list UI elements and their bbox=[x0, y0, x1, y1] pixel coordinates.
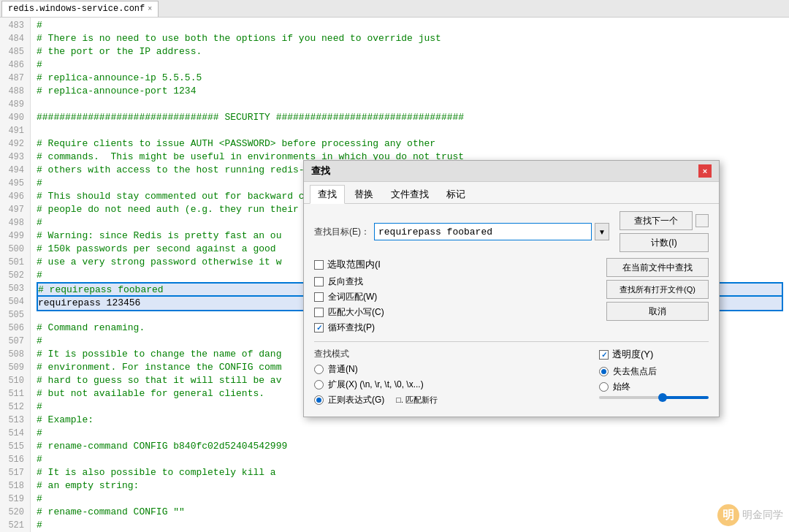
line-number: 521 bbox=[6, 519, 24, 532]
code-line: # an empty string: bbox=[37, 479, 783, 493]
normal-label: 普通(N) bbox=[328, 363, 358, 376]
regex-label: 正则表达式(G) bbox=[328, 394, 384, 406]
editor-area: 4834844854864874884894904914924934944954… bbox=[0, 18, 789, 532]
reverse-label: 反向查找 bbox=[328, 276, 363, 288]
always-label: 始终 bbox=[613, 381, 630, 393]
dialog-tabs: 查找 替换 文件查找 标记 bbox=[304, 182, 719, 204]
line-number: 484 bbox=[6, 32, 24, 45]
extended-radio[interactable] bbox=[314, 380, 324, 390]
always-radio-row: 始终 bbox=[599, 381, 709, 393]
action-buttons: 在当前文件中查找 查找所有打开文件(Q) 取消 bbox=[606, 258, 709, 337]
regex-radio[interactable] bbox=[314, 395, 324, 405]
code-line bbox=[37, 124, 783, 137]
line-number: 500 bbox=[6, 243, 24, 256]
line-number: 503 bbox=[6, 282, 24, 295]
normal-radio-row: 普通(N) bbox=[314, 363, 592, 376]
regex-option-label: □. 匹配新行 bbox=[396, 395, 438, 406]
line-number: 492 bbox=[6, 137, 24, 151]
selection-range-checkbox[interactable] bbox=[314, 260, 324, 270]
find-input[interactable] bbox=[374, 223, 592, 240]
dialog-body: 查找目标(E)： ▼ 查找下一个 计数(I) bbox=[304, 204, 719, 417]
code-line: # rename-command CONFIG b840fc02d5240454… bbox=[37, 440, 783, 453]
regex-radio-row: 正则表达式(G) □. 匹配新行 bbox=[314, 394, 592, 406]
left-options: 选取范围内(I 反向查找 全词匹配(W) 匹配大小写(C) bbox=[314, 258, 601, 337]
transparency-slider-track[interactable] bbox=[599, 396, 709, 399]
line-number: 513 bbox=[6, 414, 24, 427]
line-number: 510 bbox=[6, 374, 24, 387]
line-number: 507 bbox=[6, 335, 24, 348]
code-line: # replica-announce-ip 5.5.5.5 bbox=[37, 72, 783, 85]
code-line: # Require clients to issue AUTH <PASSWOR… bbox=[37, 137, 783, 151]
line-numbers: 4834844854864874884894904914924934944954… bbox=[0, 18, 31, 532]
code-line: # bbox=[37, 427, 783, 440]
line-number: 501 bbox=[6, 256, 24, 269]
dialog-tab-find[interactable]: 查找 bbox=[310, 185, 345, 204]
find-dialog: 查找 × 查找 替换 文件查找 标记 查找目标(E)： ▼ 查找下一个 bbox=[303, 160, 720, 417]
code-line: # replica-announce-port 1234 bbox=[37, 85, 783, 98]
line-number: 517 bbox=[6, 466, 24, 479]
line-number: 504 bbox=[6, 295, 24, 308]
transparency-checkbox[interactable] bbox=[599, 350, 609, 360]
code-line: # There is no need to use both the optio… bbox=[37, 32, 783, 45]
transparency-label: 透明度(Y) bbox=[612, 348, 653, 361]
whole-word-checkbox[interactable] bbox=[314, 292, 324, 302]
line-number: 520 bbox=[6, 506, 24, 519]
line-number: 488 bbox=[6, 85, 24, 98]
cancel-button[interactable]: 取消 bbox=[606, 302, 709, 321]
file-tab[interactable]: redis.windows-service.conf × bbox=[1, 1, 159, 17]
line-number: 494 bbox=[6, 164, 24, 177]
dialog-tab-mark[interactable]: 标记 bbox=[438, 185, 473, 203]
search-mode-label: 查找模式 bbox=[314, 348, 592, 360]
find-in-current-button[interactable]: 在当前文件中查找 bbox=[606, 258, 709, 277]
line-number: 491 bbox=[6, 124, 24, 137]
line-number: 509 bbox=[6, 361, 24, 374]
dialog-tab-file-find[interactable]: 文件查找 bbox=[383, 185, 437, 203]
transparency-section: 透明度(Y) 失去焦点后 始终 bbox=[599, 348, 709, 409]
dialog-close-button[interactable]: × bbox=[698, 164, 712, 178]
focus-lost-label: 失去焦点后 bbox=[613, 365, 657, 378]
search-mode-section: 查找模式 普通(N) 扩展(X) (\n, \r, \t, \0, \x...)… bbox=[314, 348, 592, 409]
watermark-icon: 明 bbox=[717, 504, 739, 526]
find-input-wrapper: ▼ bbox=[374, 223, 609, 240]
code-line: # It is also possible to completely kill… bbox=[37, 466, 783, 479]
loop-checkbox[interactable] bbox=[314, 323, 324, 332]
find-next-checkbox[interactable] bbox=[695, 214, 709, 227]
code-line: ################################ SECURIT… bbox=[37, 111, 783, 124]
tab-bar: redis.windows-service.conf × bbox=[0, 0, 789, 18]
line-number: 485 bbox=[6, 45, 24, 58]
line-number: 490 bbox=[6, 111, 24, 124]
dialog-tab-replace[interactable]: 替换 bbox=[346, 185, 381, 203]
tab-close-icon[interactable]: × bbox=[148, 5, 152, 13]
find-dropdown-arrow[interactable]: ▼ bbox=[595, 223, 609, 240]
line-number: 506 bbox=[6, 322, 24, 335]
selection-range-label: 选取范围内(I bbox=[327, 258, 381, 271]
slider-row bbox=[599, 396, 709, 399]
reverse-checkbox[interactable] bbox=[314, 277, 324, 286]
focus-lost-radio[interactable] bbox=[599, 367, 609, 376]
code-line: # bbox=[37, 19, 783, 32]
line-number: 497 bbox=[6, 203, 24, 216]
code-line: # bbox=[37, 493, 783, 506]
always-radio[interactable] bbox=[599, 382, 609, 392]
dialog-title: 查找 bbox=[311, 164, 330, 178]
line-number: 483 bbox=[6, 19, 24, 32]
extended-label: 扩展(X) (\n, \r, \t, \0, \x...) bbox=[328, 379, 424, 391]
line-number: 502 bbox=[6, 269, 24, 282]
match-case-checkbox[interactable] bbox=[314, 308, 324, 317]
find-next-button[interactable]: 查找下一个 bbox=[620, 211, 693, 230]
code-line bbox=[37, 98, 783, 111]
code-line: # bbox=[37, 519, 783, 532]
find-label: 查找目标(E)： bbox=[314, 226, 370, 238]
loop-label: 循环查找(P) bbox=[328, 322, 375, 334]
line-number: 511 bbox=[6, 387, 24, 400]
transparency-slider-thumb[interactable] bbox=[658, 393, 667, 402]
line-number: 487 bbox=[6, 72, 24, 85]
count-button[interactable]: 计数(I) bbox=[620, 233, 709, 252]
find-in-all-button[interactable]: 查找所有打开文件(Q) bbox=[606, 280, 709, 299]
transparency-header: 透明度(Y) bbox=[599, 348, 709, 361]
normal-radio[interactable] bbox=[314, 365, 324, 374]
extended-radio-row: 扩展(X) (\n, \r, \t, \0, \x...) bbox=[314, 379, 592, 391]
file-tab-label: redis.windows-service.conf bbox=[8, 4, 145, 14]
line-number: 499 bbox=[6, 229, 24, 243]
bottom-section: 查找模式 普通(N) 扩展(X) (\n, \r, \t, \0, \x...)… bbox=[314, 341, 709, 409]
